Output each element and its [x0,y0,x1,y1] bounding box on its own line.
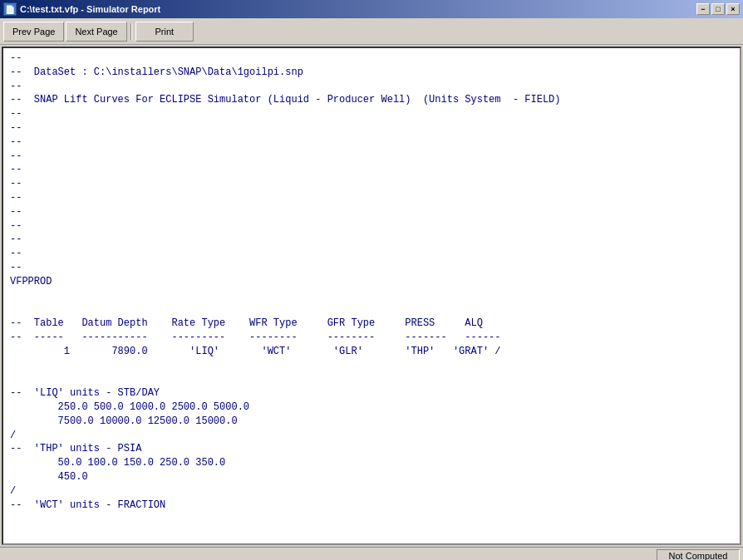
status-bar: Not Computed [0,547,743,560]
window-controls: − □ × [696,3,740,15]
prev-page-button[interactable]: Prev Page [3,22,64,42]
status-not-computed: Not Computed [657,549,740,561]
toolbar: Prev Page Next Page Print [0,18,743,45]
toolbar-separator [130,23,132,40]
content-scroll-area[interactable]: -- -- DataSet : C:\installers\SNAP\Data\… [3,48,740,543]
title-bar: 📄 C:\test.txt.vfp - Simulator Report − □… [0,0,743,18]
main-content-area: -- -- DataSet : C:\installers\SNAP\Data\… [2,47,741,545]
report-text: -- -- DataSet : C:\installers\SNAP\Data\… [10,52,733,512]
maximize-button[interactable]: □ [711,3,725,15]
window-title: C:\test.txt.vfp - Simulator Report [20,4,696,14]
next-page-button[interactable]: Next Page [66,22,126,42]
close-button[interactable]: × [726,3,740,15]
window-icon: 📄 [3,2,17,16]
print-button[interactable]: Print [135,22,194,42]
minimize-button[interactable]: − [696,3,710,15]
